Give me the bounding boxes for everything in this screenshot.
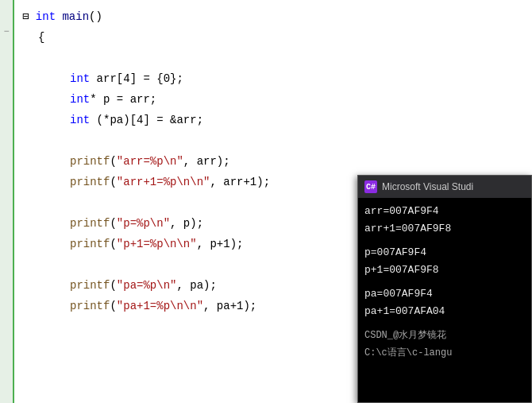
console-output-line: arr=007AF9F4 [364,203,525,220]
console-output-line: p+1=007AF9F8 [364,262,525,279]
console-window: C# Microsoft Visual Studi arr=007AF9F4 a… [357,175,532,403]
function-call-printf: printf [70,275,110,296]
keyword-int: int [70,68,90,89]
vs-icon: C# [364,180,377,193]
code-line [22,48,532,68]
console-separator [364,238,525,244]
console-body: arr=007AF9F4 arr+1=007AF9F8 p=007AF9F4 p… [358,198,531,402]
code-line: printf("arr=%p\n", arr); [22,151,532,172]
console-credit-line: CSDN_@水月梦镜花 [364,327,525,344]
code-line: int arr[4] = {0}; [22,68,532,89]
console-output-line: arr+1=007AF9F8 [364,220,525,238]
function-call-printf: printf [70,151,110,172]
code-line: int* p = arr; [22,89,532,110]
console-title: Microsoft Visual Studi [382,181,473,192]
collapse-icon[interactable]: − [3,22,9,41]
keyword-int: int [70,89,90,110]
function-call-printf: printf [70,234,110,254]
console-separator [364,279,525,285]
function-name: main [62,6,89,27]
keyword-int: int [70,110,90,130]
console-separator [364,320,525,327]
collapse-indicator: ⊟ [22,6,36,27]
code-line [22,130,532,151]
function-call-printf: printf [70,213,110,234]
console-path-line: C:\c语言\c-langu [364,344,525,362]
editor-container: − ⊟ int main() { int arr[4] = {0}; int* … [0,0,532,403]
function-call-printf: printf [70,296,110,316]
console-output-line: pa+1=007AFA04 [364,303,525,320]
code-line: ⊟ int main() [22,6,532,27]
console-output-line: pa=007AF9F4 [364,285,525,303]
code-line: int (*pa)[4] = &arr; [22,110,532,130]
console-titlebar: C# Microsoft Visual Studi [358,176,531,198]
editor-gutter: − [0,0,14,403]
keyword-int: int [36,6,56,27]
function-call-printf: printf [70,172,110,192]
code-line: { [22,27,532,48]
console-output-line: p=007AF9F4 [364,244,525,262]
